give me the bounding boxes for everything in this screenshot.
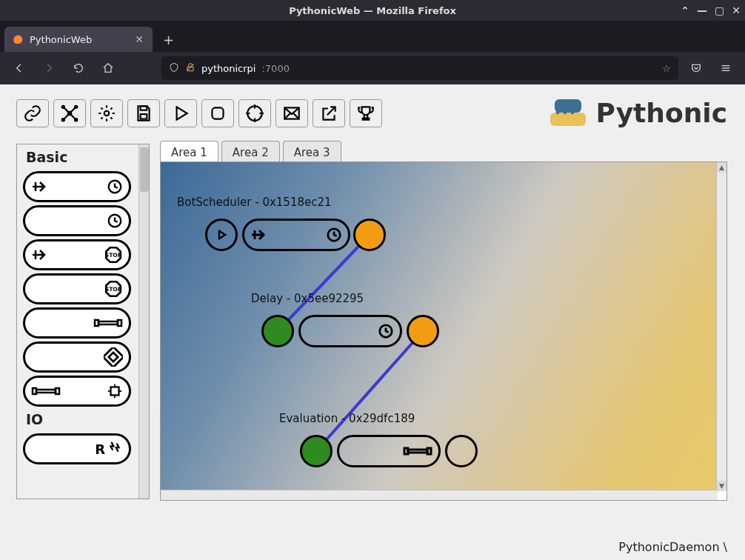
svg-rect-43 [36, 390, 56, 393]
share-button[interactable] [313, 99, 345, 127]
window-title: PythonicWeb — Mozilla Firefox [289, 5, 456, 16]
window-titlebar: PythonicWeb — Mozilla Firefox ⌃ — ▢ ✕ [0, 0, 745, 21]
browser-tab-active[interactable]: PythonicWeb ✕ [4, 27, 153, 52]
node-label-botscheduler: BotScheduler - 0x1518ec21 [177, 196, 332, 209]
stop-button[interactable] [201, 99, 234, 127]
browser-tabstrip: PythonicWeb ✕ + [0, 21, 745, 52]
scroll-up-icon[interactable]: ▲ [717, 162, 726, 173]
node-play-botscheduler[interactable] [205, 219, 238, 251]
canvas-scrollbar-horizontal[interactable] [161, 490, 718, 500]
node-body-botscheduler[interactable] [242, 219, 350, 251]
nav-back-button[interactable] [7, 56, 31, 80]
svg-rect-41 [109, 353, 118, 361]
window-maximize-icon[interactable]: ▢ [715, 4, 724, 16]
svg-rect-16 [141, 106, 147, 110]
sidebar-section-basic: Basic [23, 147, 137, 168]
node-label-evaluation: Evaluation - 0x29dfc189 [279, 412, 415, 425]
sidebar-item-manual-scheduler[interactable] [23, 171, 131, 202]
app-logo: Pythonic [547, 96, 727, 129]
window-controls: ⌃ — ▢ ✕ [681, 0, 741, 21]
connection-edges [161, 162, 718, 491]
nav-home-button[interactable] [96, 56, 120, 80]
svg-rect-56 [408, 450, 427, 453]
sidebar: Basic STOP STOP [16, 144, 150, 499]
svg-rect-27 [550, 113, 586, 126]
canvas-scrollbar-vertical[interactable]: ▲ ▼ [716, 162, 726, 491]
svg-rect-19 [212, 107, 223, 119]
network-button[interactable] [53, 99, 86, 127]
tab-area-2[interactable]: Area 2 [221, 141, 280, 164]
target-button[interactable] [238, 99, 271, 127]
workflow-canvas[interactable]: BotScheduler - 0x1518ec21 Delay - 0x5ee9… [161, 162, 718, 491]
tab-close-icon[interactable]: ✕ [135, 33, 144, 45]
svg-point-29 [563, 111, 566, 114]
svg-point-28 [555, 111, 558, 114]
node-label-delay: Delay - 0x5ee92295 [251, 292, 364, 305]
url-bar[interactable]: pythonicrpi:7000 ☆ [161, 56, 678, 80]
sidebar-item-processor[interactable] [23, 341, 131, 373]
mail-button[interactable] [275, 99, 308, 127]
svg-rect-39 [118, 320, 121, 326]
settings-button[interactable] [90, 99, 123, 127]
url-host: pythonicrpi [201, 63, 255, 74]
svg-rect-44 [56, 388, 59, 394]
svg-line-13 [63, 113, 70, 120]
sidebar-item-pipe-processor[interactable] [23, 376, 131, 407]
sidebar-item-io-r[interactable]: R [23, 433, 131, 464]
pythonic-logo-icon [547, 96, 589, 129]
area-tabs: Area 1 Area 2 Area 3 [160, 141, 341, 164]
window-close-icon[interactable]: ✕ [732, 4, 741, 16]
svg-rect-45 [111, 387, 119, 396]
svg-line-11 [63, 107, 70, 113]
sidebar-item-manual-stop[interactable]: STOP [23, 239, 131, 270]
lock-icon [185, 62, 196, 75]
shield-icon [169, 62, 179, 75]
svg-line-14 [70, 113, 76, 120]
sidebar-item-scheduler[interactable] [23, 205, 131, 236]
browser-tab-title: PythonicWeb [30, 34, 92, 45]
status-text: PythonicDaemon \ [618, 540, 727, 554]
sidebar-item-pipe[interactable] [23, 307, 131, 339]
svg-line-12 [70, 107, 76, 113]
node-input-delay[interactable] [261, 315, 294, 347]
app-toolbar [16, 99, 382, 127]
bookmark-star-icon[interactable]: ☆ [662, 63, 671, 74]
svg-point-30 [570, 111, 573, 114]
node-output-evaluation[interactable] [445, 435, 478, 467]
save-button[interactable] [127, 99, 160, 127]
link-button[interactable] [16, 99, 49, 127]
pocket-button[interactable] [684, 56, 708, 80]
play-button[interactable] [164, 99, 197, 127]
browser-toolbar: pythonicrpi:7000 ☆ [0, 52, 745, 84]
nav-forward-button[interactable] [37, 56, 61, 80]
node-body-delay[interactable] [298, 315, 402, 347]
window-minimize-icon[interactable]: — [697, 4, 707, 16]
firefox-favicon-icon [12, 33, 24, 45]
sidebar-section-io: IO [23, 410, 137, 430]
new-tab-button[interactable]: + [153, 27, 184, 52]
tab-area-1[interactable]: Area 1 [160, 141, 218, 164]
node-output-botscheduler[interactable] [353, 219, 386, 251]
svg-text:STOP: STOP [105, 252, 122, 259]
tab-area-3[interactable]: Area 3 [283, 141, 341, 164]
node-input-evaluation[interactable] [300, 435, 333, 467]
node-output-delay[interactable] [407, 315, 439, 347]
app-logo-text: Pythonic [596, 98, 727, 128]
window-up-icon[interactable]: ⌃ [681, 4, 689, 16]
svg-rect-38 [98, 321, 118, 324]
svg-rect-57 [427, 448, 431, 454]
sidebar-item-stop[interactable]: STOP [23, 273, 131, 304]
svg-point-15 [104, 111, 110, 116]
scroll-down-icon[interactable]: ▼ [717, 481, 726, 491]
node-body-evaluation[interactable] [337, 435, 441, 467]
svg-rect-26 [555, 99, 581, 113]
nav-reload-button[interactable] [67, 56, 90, 80]
sidebar-scrollbar[interactable] [138, 144, 149, 499]
url-port: :7000 [261, 63, 289, 74]
svg-marker-18 [177, 107, 187, 119]
svg-marker-52 [219, 231, 225, 239]
trophy-button[interactable] [350, 99, 382, 127]
page-body: Pythonic Basic STOP STOP [0, 84, 745, 560]
svg-text:STOP: STOP [105, 286, 122, 293]
app-menu-button[interactable] [714, 56, 738, 80]
